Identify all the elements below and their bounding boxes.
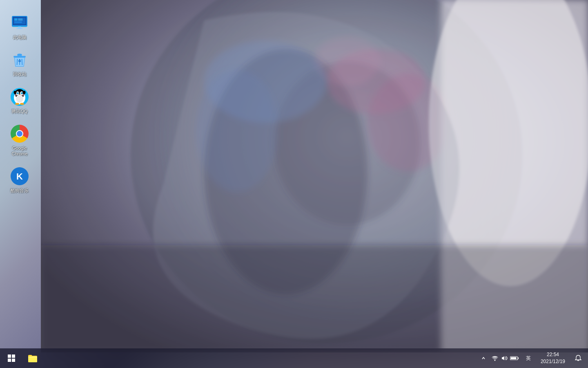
svg-line-26 <box>22 59 22 65</box>
volume-icon <box>501 355 508 361</box>
svg-point-46 <box>494 360 495 361</box>
recycle-icon: ♻ <box>10 50 29 70</box>
svg-rect-20 <box>14 21 22 23</box>
network-tray-icon[interactable] <box>490 348 500 368</box>
desktop-background <box>41 0 588 352</box>
svg-rect-19 <box>18 18 22 21</box>
svg-point-37 <box>16 94 23 103</box>
windows-logo-icon <box>8 355 15 362</box>
file-explorer-icon <box>28 354 37 362</box>
network-icon <box>492 355 498 361</box>
computer-icon <box>10 13 29 33</box>
svg-point-42 <box>15 94 17 96</box>
start-button[interactable] <box>2 348 21 368</box>
datetime-display[interactable]: 22:54 2021/12/19 <box>536 348 570 368</box>
svg-rect-23 <box>13 56 25 58</box>
svg-line-24 <box>17 59 18 65</box>
svg-rect-21 <box>18 27 21 28</box>
kuwo-icon-label: 酷狗音乐 <box>11 188 29 193</box>
notification-button[interactable] <box>572 348 585 368</box>
computer-icon-label: 此电脑 <box>13 34 27 40</box>
recycle-icon-label: 回收站 <box>13 71 27 77</box>
qq-icon <box>10 87 29 107</box>
svg-point-35 <box>22 92 22 93</box>
windows-logo-piece-4 <box>12 359 15 362</box>
desktop-icon-chrome[interactable]: Google Chrome <box>3 121 36 160</box>
system-tray-icons <box>488 348 521 368</box>
svg-rect-48 <box>518 357 519 359</box>
windows-logo-piece-2 <box>12 355 15 358</box>
desktop-icon-computer[interactable]: 此电脑 <box>3 10 36 43</box>
battery-tray-icon[interactable] <box>510 348 519 368</box>
volume-tray-icon[interactable] <box>500 348 510 368</box>
svg-point-38 <box>15 103 19 105</box>
taskbar-right: 英 22:54 2021/12/19 <box>480 348 588 368</box>
desktop-icons-container: 此电脑 ♻ 回收站 <box>0 0 39 207</box>
desktop-icon-qq[interactable]: 腾讯QQ <box>3 84 36 117</box>
svg-rect-13 <box>41 0 588 352</box>
desktop-icon-kuwo[interactable]: K 酷狗音乐 <box>3 163 36 197</box>
svg-point-40 <box>14 91 17 94</box>
chrome-icon-label: Google Chrome <box>5 145 34 157</box>
desktop: 此电脑 ♻ 回收站 <box>0 0 588 368</box>
svg-text:♻: ♻ <box>18 59 21 63</box>
battery-icon <box>510 356 519 361</box>
svg-rect-22 <box>17 28 23 29</box>
chrome-icon <box>10 124 29 144</box>
language-indicator[interactable]: 英 <box>523 348 534 368</box>
svg-point-41 <box>23 91 26 94</box>
windows-logo-piece-3 <box>8 359 11 362</box>
windows-logo-piece-1 <box>8 355 11 358</box>
time-display: 22:54 <box>547 351 559 358</box>
taskbar: 英 22:54 2021/12/19 <box>0 348 588 368</box>
taskbar-left <box>0 348 42 368</box>
chevron-up-icon <box>481 356 486 361</box>
qq-icon-label: 腾讯QQ <box>11 108 27 114</box>
show-hidden-icons-button[interactable] <box>480 348 487 368</box>
kuwo-icon: K <box>10 166 29 186</box>
language-label: 英 <box>526 355 531 362</box>
svg-point-34 <box>18 92 18 93</box>
svg-point-39 <box>20 103 24 105</box>
svg-rect-18 <box>14 18 17 21</box>
date-display: 2021/12/19 <box>541 358 565 365</box>
svg-rect-49 <box>510 357 516 359</box>
svg-point-43 <box>22 94 24 96</box>
file-explorer-button[interactable] <box>23 348 42 368</box>
notification-icon <box>575 355 581 361</box>
desktop-icon-recycle[interactable]: ♻ 回收站 <box>3 47 36 80</box>
svg-text:K: K <box>16 171 23 182</box>
